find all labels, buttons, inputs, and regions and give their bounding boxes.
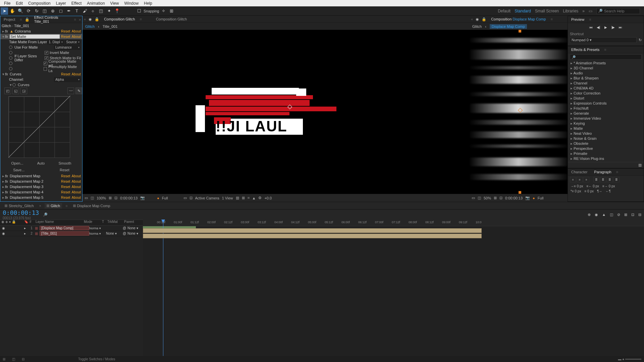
trkmat-dropdown[interactable]: None ▾	[106, 232, 123, 235]
footer-icon[interactable]: ◫	[91, 196, 94, 200]
workspace-default[interactable]: Default	[498, 9, 511, 13]
displace-canvas[interactable]	[470, 30, 568, 194]
reset-link[interactable]: Reset	[61, 195, 70, 199]
effect-disp-5[interactable]: Displacement Map 5	[10, 195, 60, 199]
preset-category[interactable]: Obsolete	[568, 141, 644, 146]
take-matte-dropdown[interactable]: 1. Displ	[47, 40, 64, 45]
tab-project[interactable]: Project	[2, 17, 17, 22]
timeline-tab-displace[interactable]: Displace Map Comp	[71, 203, 112, 208]
tab-displace-comp[interactable]: Composition Displace Map Comp	[489, 16, 548, 22]
reset-link[interactable]: Reset	[61, 201, 70, 201]
tl-tool-icon[interactable]: ◉	[595, 213, 598, 217]
reset-icon[interactable]: ↻	[639, 38, 642, 42]
fx-badge[interactable]: fx	[5, 72, 10, 76]
hand-tool[interactable]: ✋	[9, 7, 16, 15]
zoom-level[interactable]: 50%	[484, 196, 491, 200]
tab-comp-glitch-2[interactable]: Composition Glitch	[154, 16, 189, 22]
twirl-icon[interactable]: ▸	[2, 195, 5, 200]
preset-category[interactable]: Neat Video	[568, 131, 644, 136]
menu-file[interactable]: File	[1, 0, 13, 7]
timeline-tab-glitch[interactable]: Glitch	[45, 203, 62, 208]
preset-category[interactable]: * Animation Presets	[568, 61, 644, 66]
parent-pickwhip-icon[interactable]: @	[123, 232, 127, 235]
zoom-tool[interactable]: 🔍	[17, 7, 24, 15]
smooth-button[interactable]: Smooth	[58, 161, 71, 165]
reset-link[interactable]: Reset	[61, 35, 70, 39]
keyframe-toggle[interactable]	[9, 56, 12, 60]
snap-toggle[interactable]: ☐	[136, 7, 143, 15]
preset-category[interactable]: Blur & Sharpen	[568, 76, 644, 81]
menu-window[interactable]: Window	[121, 0, 141, 7]
time-display[interactable]: 0:00:00:13	[120, 196, 138, 200]
parent-pickwhip-icon[interactable]: @	[123, 226, 127, 230]
pen-tool[interactable]: ✒	[65, 7, 72, 15]
rtl-icon[interactable]: ←¶	[605, 189, 610, 193]
premult-checkbox[interactable]	[44, 67, 47, 71]
menu-animation[interactable]: Animation	[84, 0, 107, 7]
preset-category[interactable]: RE:Vision Plug-ins	[568, 156, 644, 161]
menu-help[interactable]: Help	[141, 0, 155, 7]
search-icon[interactable]: 🔎	[43, 213, 48, 217]
effect-disp-4[interactable]: Displacement Map 4	[10, 190, 60, 194]
preset-category[interactable]: Keying	[568, 121, 644, 126]
toggle-switches-button[interactable]: Toggle Switches / Modes	[78, 357, 115, 361]
about-link[interactable]: About	[72, 190, 81, 194]
menu-edit[interactable]: Edit	[13, 0, 25, 7]
footer-icon[interactable]: ⊡	[499, 196, 502, 200]
crumb-title[interactable]: Title_001	[103, 24, 118, 28]
playhead[interactable]	[163, 220, 163, 356]
channel-dropdown[interactable]: Alpha	[54, 77, 81, 82]
menu-effect[interactable]: Effect	[69, 0, 84, 7]
preset-category[interactable]: Noise & Grain	[568, 136, 644, 141]
source-dropdown[interactable]: Source	[65, 40, 81, 45]
viewer-eye-icon[interactable]: ◉	[89, 17, 92, 21]
timecode-display[interactable]: 0:00:00:13	[3, 209, 39, 216]
preset-category[interactable]: Immersive Video	[568, 116, 644, 121]
tl-tool-icon[interactable]: ⊡	[631, 213, 634, 217]
footer-icon[interactable]: ▭	[85, 196, 88, 200]
color-icon[interactable]: ●	[533, 196, 535, 200]
footer-icon[interactable]: ⊞	[242, 196, 245, 200]
preset-category[interactable]: Expression Controls	[568, 101, 644, 106]
puppet-tool[interactable]: 📍	[113, 7, 121, 15]
preset-category[interactable]: Matte	[568, 126, 644, 131]
composite-checkbox[interactable]	[44, 62, 47, 65]
preset-category[interactable]: Primatte	[568, 151, 644, 156]
shape-tool[interactable]: ◻	[57, 7, 64, 15]
reset-link[interactable]: Reset	[61, 174, 70, 178]
reset-link[interactable]: Reset	[61, 185, 70, 189]
align-left-icon[interactable]: ≡	[570, 177, 576, 182]
workspace-chevron-icon[interactable]: »	[582, 9, 585, 13]
color-icon[interactable]: ●	[157, 196, 159, 200]
twirl-icon[interactable]: ▾	[2, 35, 5, 39]
footer-icon[interactable]: ▲	[252, 196, 256, 200]
effect-colorama[interactable]: Colorama	[15, 29, 60, 33]
curve-bezier-icon[interactable]: 〰	[67, 87, 74, 94]
lock-icon[interactable]: 🔒	[95, 17, 99, 21]
layer-name[interactable]: [Title_001]	[40, 231, 89, 236]
footer-icon[interactable]: ▭	[472, 196, 475, 200]
about-link[interactable]: About	[72, 179, 81, 183]
toggle-icon[interactable]: ◫	[12, 357, 15, 361]
twirl-icon[interactable]: ▸	[2, 179, 5, 184]
snap-opt-icon[interactable]: ✧	[160, 7, 167, 15]
zoom-level[interactable]: 100%	[97, 196, 106, 200]
new-bin-icon[interactable]: ▥	[638, 163, 642, 167]
toggle-icon[interactable]: ⊟	[22, 357, 24, 361]
lock-icon[interactable]: 🔒	[25, 17, 30, 22]
tab-comp-glitch[interactable]: Composition Glitch	[102, 16, 137, 22]
effect-disp-3[interactable]: Displacement Map 3	[10, 185, 60, 189]
tab-effects-presets[interactable]: Effects & Presets	[569, 47, 601, 52]
blend-mode-dropdown[interactable]: Norma ▾	[89, 227, 106, 230]
layer-name[interactable]: [Displace Map Comp]	[40, 226, 89, 230]
tab-preview[interactable]: Preview	[569, 17, 586, 22]
shortcut-dropdown[interactable]: Numpad 0 ▾	[570, 37, 637, 43]
twirl-icon[interactable]: ▾	[9, 83, 12, 87]
prev-frame-button[interactable]: ◀|	[596, 24, 601, 30]
reset-link[interactable]: Reset	[61, 190, 70, 194]
twirl-icon[interactable]: ▸	[2, 185, 5, 189]
anchor-tool[interactable]: ⊕	[49, 7, 56, 15]
keyframe-toggle[interactable]	[12, 83, 16, 86]
tl-tool-icon[interactable]: ⊕	[588, 213, 591, 217]
parent-dropdown[interactable]: None ▾	[127, 226, 143, 230]
